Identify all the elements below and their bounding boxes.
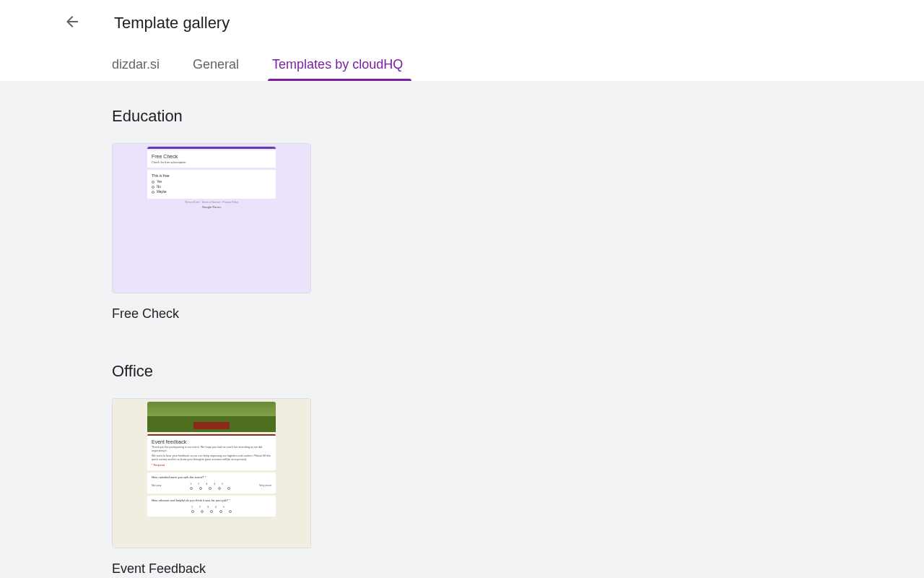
thumb-ev-desc1: Thank you for participating in our event… [152,446,271,453]
section-title-office: Office [112,362,924,381]
back-button[interactable] [58,7,87,36]
thumb-ev-q1: How satisfied were you with the event? * [152,475,271,479]
thumbnail-free-check: Free Check Check for free subscription T… [113,144,310,293]
thumb-ev-req: * Required [152,464,271,467]
thumb-subtitle: Check for free subscription [152,160,271,164]
tab-dizdar[interactable]: dizdar.si [112,57,171,81]
thumb-ev-desc2: We want to hear your feedback so we can … [152,454,271,462]
thumb-ev-q2: How relevant and helpful do you think it… [152,499,271,502]
template-label-free-check: Free Check [112,306,924,322]
tab-bar: dizdar.si General Templates by cloudHQ [0,46,924,81]
thumb-google: Google Forms [147,205,276,209]
section-office: Office Event feedback Thank you for part… [112,362,924,577]
tab-general[interactable]: General [193,57,250,81]
thumb-title: Free Check [152,154,271,159]
thumb-ev-title: Event feedback [152,439,271,444]
thumb-question: This is free [152,173,271,178]
section-education: Education Free Check Check for free subs… [112,107,924,322]
thumbnail-event-feedback: Event feedback Thank you for participati… [113,399,310,548]
content-area: Education Free Check Check for free subs… [0,81,924,578]
template-card-event-feedback[interactable]: Event feedback Thank you for participati… [112,398,311,548]
tab-cloudhq[interactable]: Templates by cloudHQ [272,57,414,81]
template-label-event-feedback: Event Feedback [112,561,924,577]
page-title: Template gallery [114,14,230,33]
arrow-left-icon [64,13,81,30]
thumb-footer: Terms of Use · Terms of Service · Privac… [147,201,276,204]
template-card-free-check[interactable]: Free Check Check for free subscription T… [112,143,311,293]
section-title-education: Education [112,107,924,126]
